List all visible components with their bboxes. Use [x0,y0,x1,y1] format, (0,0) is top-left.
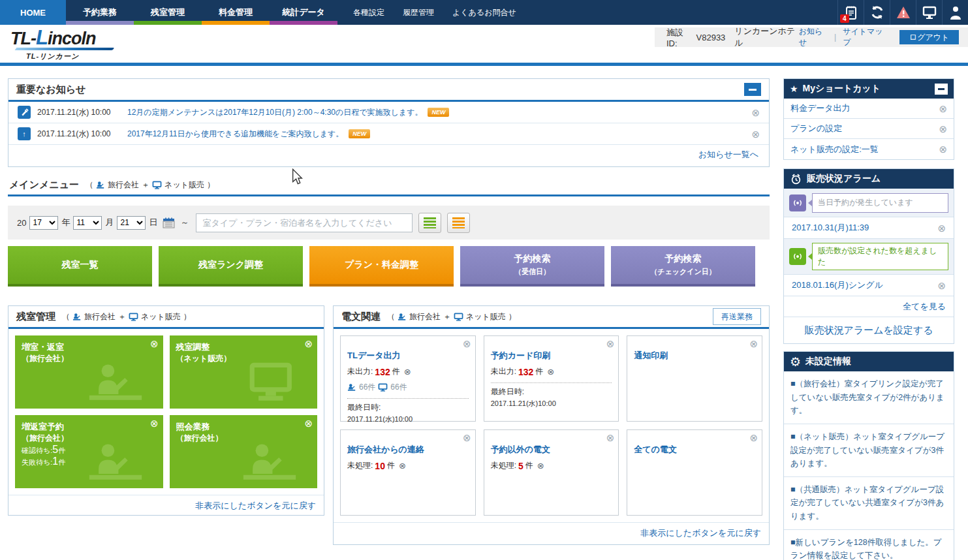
close-icon[interactable]: ⊗ [606,339,615,349]
notification-count-badge: 4 [840,14,849,23]
card-title-link[interactable]: 全ての電文 [634,444,755,456]
close-icon[interactable]: ⊗ [749,433,758,443]
remaining-rooms-list-button[interactable]: 残室一覧 [8,246,152,287]
month-select[interactable]: 11 [73,216,102,230]
close-icon[interactable]: ⊗ [751,108,760,117]
close-icon[interactable]: ⊗ [939,144,947,154]
nav-tab-room-stock[interactable]: 残室管理 [134,0,202,25]
header-sitemap-link[interactable]: サイトマップ [843,26,886,48]
restore-hidden-buttons-link[interactable]: 非表示にしたボタンを元に戻す [640,527,761,539]
dismiss-count-icon[interactable]: ⊗ [547,367,554,377]
scope-net-label: ネット販売 [141,311,181,322]
restore-hidden-buttons-link[interactable]: 非表示にしたボタンを元に戻す [195,500,316,512]
close-icon[interactable]: ⊗ [463,339,471,349]
date-tilde: ～ [180,217,189,228]
nav-tab-rates[interactable]: 料金管理 [202,0,270,25]
notice-link[interactable]: 12月の定期メンテナンスは2017年12月10日(月) 2:00～4:30の日程… [127,107,422,118]
notice-panel-header: 重要なお知らせ [8,79,769,102]
shortcut-link-rate-data-output[interactable]: 料金データ出力 [790,102,851,114]
reservation-search-received-button[interactable]: 予約検索（受信日） [460,246,604,287]
tile-add-return-rooms[interactable]: 増室・返室 （旅行会社） ⊗ [15,335,163,409]
alarm-header: 販売状況アラーム [784,169,954,189]
shortcuts-minimize-button[interactable] [935,84,948,95]
unset-info-header: ⚙ 未設定情報 [784,352,954,371]
configure-alarm-link[interactable]: 販売状況アラームを設定する [804,324,933,337]
close-icon[interactable]: ⊗ [939,104,947,114]
user-icon [948,5,963,20]
tile-title: 増室・返室 [22,341,157,353]
top-navbar: HOME 予約業務 残室管理 料金管理 統計データ 各種設定 履歴管理 よくある… [0,0,968,25]
year-select[interactable]: 17 [29,216,58,230]
card-title-link[interactable]: 予約以外の電文 [491,444,612,456]
shortcut-link-net-sales-settings[interactable]: ネット販売の設定:一覧 [790,144,879,155]
day-select[interactable]: 21 [117,216,146,230]
scope-close: ） [207,179,215,191]
nav-tab-label: 料金管理 [219,7,253,18]
button-label: 残室ランク調整 [198,259,263,271]
card-title-link[interactable]: 通知印刷 [634,350,755,362]
tile-room-adjust-net[interactable]: 残室調整 （ネット販売） ⊗ [170,335,318,409]
notice-link[interactable]: 2017年12月11日から使用できる追加機能をご案内致します。 [127,129,343,140]
close-icon[interactable]: ⊗ [606,433,615,443]
dismiss-count-icon[interactable]: ⊗ [537,461,544,471]
nav-link-faq[interactable]: よくあるお問合せ [452,7,516,18]
logout-button[interactable]: ログアウト [899,30,959,44]
alert-button[interactable] [890,0,916,25]
close-icon[interactable]: ⊗ [939,124,947,134]
logo-wordmark: TL-Lincoln [10,29,128,48]
close-icon[interactable]: ⊗ [150,339,159,349]
resend-work-button[interactable]: 再送業務 [713,308,761,325]
refresh-button[interactable] [864,0,890,25]
scope-net-label: ネット販売 [466,311,506,322]
nav-tab-home[interactable]: HOME [0,0,66,25]
search-input[interactable] [196,213,413,232]
close-icon[interactable]: ⊗ [304,418,313,428]
pending-count-line: 未出力: 132 件 ⊗ [347,366,469,377]
tile-title: 照会業務 [176,421,311,433]
nav-link-settings[interactable]: 各種設定 [353,7,384,18]
tile-add-return-reservation[interactable]: 増返室予約 （旅行会社） 確認待ち:5件 失敗待ち:1件 ⊗ [15,415,163,488]
nav-link-history[interactable]: 履歴管理 [403,7,434,18]
alarm-detail-link[interactable]: 2018.01.16(月)シングル [792,279,883,291]
calendar-picker-button[interactable] [161,216,177,229]
close-icon[interactable]: ⊗ [463,433,471,443]
terminal-button[interactable] [916,0,942,25]
close-icon[interactable]: ⊗ [150,418,159,428]
tl-lincoln-logo[interactable]: TL-Lincoln TL-リンカーン [10,29,128,61]
plan-rate-adjust-button[interactable]: プラン・料金調整 [309,246,454,287]
room-rank-adjust-button[interactable]: 残室ランク調整 [159,246,303,287]
nav-tab-reservation[interactable]: 予約業務 [66,0,134,25]
unset-info-title: 未設定情報 [805,356,851,367]
shortcuts-title: Myショートカット [803,83,881,95]
close-icon[interactable]: ⊗ [751,129,760,139]
alarm-configure-row: 販売状況アラームを設定する [784,317,954,343]
notepad-notification-button[interactable]: 4 [837,0,864,25]
see-all-link[interactable]: 全てを見る [903,301,946,313]
card-title-link[interactable]: 予約カード印刷 [491,350,612,362]
nav-tab-statistics[interactable]: 統計データ [270,0,337,25]
refresh-icon [869,5,885,20]
divider [491,382,612,383]
account-button[interactable] [942,0,968,25]
header-notice-link[interactable]: お知らせ [799,26,828,48]
notice-list-link[interactable]: お知らせ一覧へ [698,149,758,161]
monitor-watermark-icon [231,362,308,405]
list-view-green-button[interactable] [418,213,441,233]
notice-minimize-button[interactable] [744,83,761,96]
close-icon[interactable]: ⊗ [937,223,946,233]
card-title-link[interactable]: TLデータ出力 [347,350,469,362]
close-icon[interactable]: ⊗ [749,339,758,349]
shortcuts-header: ★ Myショートカット [784,79,954,99]
tile-inquiry-work[interactable]: 照会業務 （旅行会社） ⊗ [170,415,318,488]
list-view-orange-button[interactable] [447,213,470,233]
net-sales-icon [454,313,463,321]
dismiss-count-icon[interactable]: ⊗ [399,461,406,471]
facility-bar: 施設ID: V82933 リンカーンホテル お知らせ | サイトマップ ログアウ… [655,27,968,47]
close-icon[interactable]: ⊗ [304,339,313,349]
reservation-search-checkin-button[interactable]: 予約検索（チェックイン日） [611,246,755,287]
shortcut-link-plan-settings[interactable]: プランの設定 [790,123,842,134]
close-icon[interactable]: ⊗ [937,281,946,290]
dismiss-count-icon[interactable]: ⊗ [404,367,411,377]
card-title-link[interactable]: 旅行会社からの連絡 [347,444,469,456]
alarm-detail-link[interactable]: 2017.10.31(月)11:39 [792,222,869,234]
